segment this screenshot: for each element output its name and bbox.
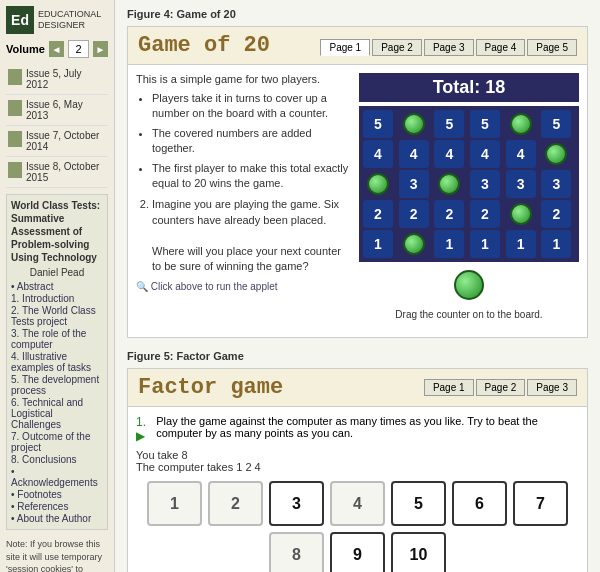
factor-btn-4[interactable]: 4 — [330, 481, 385, 526]
board-cell-4-0[interactable]: 1 — [363, 230, 393, 258]
toc-item-12[interactable]: About the Author — [11, 513, 103, 524]
sidebar-issue-0[interactable]: Issue 5, July 2012 — [6, 64, 108, 95]
game20-header: Game of 20 Page 1Page 2Page 3Page 4Page … — [128, 27, 587, 65]
factor-btn-10[interactable]: 10 — [391, 532, 446, 572]
board-cell-2-5[interactable]: 3 — [541, 170, 571, 198]
factor-tab-0[interactable]: Page 1 — [424, 379, 474, 396]
board-grid[interactable]: 55554444433332222211111 — [359, 106, 579, 262]
issue-label: Issue 7, October 2014 — [26, 130, 106, 152]
volume-label: Volume — [6, 43, 45, 55]
applet-link[interactable]: 🔍 Click above to run the applet — [136, 281, 278, 292]
factor-btn-7[interactable]: 7 — [513, 481, 568, 526]
fig4-title: Figure 4: Game of 20 — [127, 8, 588, 20]
drag-counter[interactable] — [454, 270, 484, 300]
sidebar-issue-2[interactable]: Issue 7, October 2014 — [6, 126, 108, 157]
issue-icon — [8, 100, 22, 116]
toc-item-1[interactable]: 1. Introduction — [11, 293, 103, 304]
sidebar-issue-3[interactable]: Issue 8, October 2015 — [6, 157, 108, 188]
game20-tab-2[interactable]: Page 3 — [424, 39, 474, 56]
game20-tab-4[interactable]: Page 5 — [527, 39, 577, 56]
board-cell-0-3[interactable]: 5 — [470, 110, 500, 138]
factor-btn-3[interactable]: 3 — [269, 481, 324, 526]
board-cell-0-1[interactable] — [399, 110, 429, 138]
game20-tab-0[interactable]: Page 1 — [320, 39, 370, 56]
board-cell-2-4[interactable]: 3 — [506, 170, 536, 198]
factor-container: Factor game Page 1Page 2Page 3 1. ▶ Play… — [127, 368, 588, 572]
board-cell-0-5[interactable]: 5 — [541, 110, 571, 138]
sidebar-issue-1[interactable]: Issue 6, May 2013 — [6, 95, 108, 126]
board-cell-4-1[interactable] — [399, 230, 429, 258]
game20-container: Game of 20 Page 1Page 2Page 3Page 4Page … — [127, 26, 588, 338]
factor-tab-2[interactable]: Page 3 — [527, 379, 577, 396]
rule-1: The covered numbers are added together. — [152, 126, 349, 157]
issue-label: Issue 8, October 2015 — [26, 161, 106, 183]
board-cell-3-4[interactable] — [506, 200, 536, 228]
game20-question-text: Imagine you are playing the game. Six co… — [152, 198, 341, 272]
board-cell-2-2[interactable] — [434, 170, 464, 198]
board-cell-0-4[interactable] — [506, 110, 536, 138]
volume-number: 2 — [68, 40, 89, 58]
board-cell-3-0[interactable]: 2 — [363, 200, 393, 228]
toc-item-7[interactable]: 7. Outcome of the project — [11, 431, 103, 453]
issue-icon — [8, 69, 22, 85]
board-cell-3-1[interactable]: 2 — [399, 200, 429, 228]
board-cell-4-5[interactable]: 1 — [541, 230, 571, 258]
sidebar-section: World Class Tests: Summative Assessment … — [6, 194, 108, 530]
board-cell-1-4[interactable]: 4 — [506, 140, 536, 168]
board-cell-3-3[interactable]: 2 — [470, 200, 500, 228]
factor-tab-1[interactable]: Page 2 — [476, 379, 526, 396]
factor-btn-8[interactable]: 8 — [269, 532, 324, 572]
game20-rules: Players take it in turns to cover up a n… — [152, 91, 349, 191]
toc-item-11[interactable]: References — [11, 501, 103, 512]
computer-takes: The computer takes 1 2 4 — [136, 461, 579, 473]
factor-btn-6[interactable]: 6 — [452, 481, 507, 526]
board-counter — [510, 203, 532, 225]
board-counter — [403, 113, 425, 135]
board-counter — [545, 143, 567, 165]
board-cell-1-2[interactable]: 4 — [434, 140, 464, 168]
drag-text: Drag the counter on to the board. — [395, 309, 542, 320]
board-cell-3-5[interactable]: 2 — [541, 200, 571, 228]
board-cell-4-4[interactable]: 1 — [506, 230, 536, 258]
toc-item-4[interactable]: 4. Illustrative examples of tasks — [11, 351, 103, 373]
factor-btn-5[interactable]: 5 — [391, 481, 446, 526]
board-counter — [367, 173, 389, 195]
toc-item-6[interactable]: 6. Technical and Logistical Challenges — [11, 397, 103, 430]
volume-prev-button[interactable]: ◄ — [49, 41, 64, 57]
logo-area: Ed EDUCATIONALDESIGNER — [6, 6, 108, 34]
toc-item-5[interactable]: 5. The development process — [11, 374, 103, 396]
toc-item-2[interactable]: 2. The World Class Tests project — [11, 305, 103, 327]
toc-item-0[interactable]: Abstract — [11, 281, 103, 292]
board-cell-2-0[interactable] — [363, 170, 393, 198]
board-cell-3-2[interactable]: 2 — [434, 200, 464, 228]
board-cell-1-3[interactable]: 4 — [470, 140, 500, 168]
sidebar-note: Note: If you browse this site it will us… — [6, 538, 108, 572]
main-content: Figure 4: Game of 20 Game of 20 Page 1Pa… — [115, 0, 600, 572]
board-cell-4-2[interactable]: 1 — [434, 230, 464, 258]
board-cell-1-5[interactable] — [541, 140, 571, 168]
game20-tab-1[interactable]: Page 2 — [372, 39, 422, 56]
toc-list: Abstract1. Introduction2. The World Clas… — [11, 281, 103, 524]
game20-tab-3[interactable]: Page 4 — [476, 39, 526, 56]
toc-item-3[interactable]: 3. The role of the computer — [11, 328, 103, 350]
factor-btn-9[interactable]: 9 — [330, 532, 385, 572]
factor-btn-1[interactable]: 1 — [147, 481, 202, 526]
issues-list: Issue 5, July 2012Issue 6, May 2013Issue… — [6, 64, 108, 188]
factor-btn-2[interactable]: 2 — [208, 481, 263, 526]
toc-item-9[interactable]: Acknowledgements — [11, 466, 103, 488]
play-icon: 1. ▶ — [136, 415, 152, 443]
board-cell-0-2[interactable]: 5 — [434, 110, 464, 138]
board-cell-1-0[interactable]: 4 — [363, 140, 393, 168]
board-cell-4-3[interactable]: 1 — [470, 230, 500, 258]
rule-2: The first player to make this total exac… — [152, 161, 349, 192]
board-cell-0-0[interactable]: 5 — [363, 110, 393, 138]
issue-icon — [8, 162, 22, 178]
board-cell-1-1[interactable]: 4 — [399, 140, 429, 168]
game20-tabs: Page 1Page 2Page 3Page 4Page 5 — [320, 39, 577, 56]
volume-next-button[interactable]: ► — [93, 41, 108, 57]
toc-item-8[interactable]: 8. Conclusions — [11, 454, 103, 465]
sidebar: Ed EDUCATIONALDESIGNER Volume ◄ 2 ► Issu… — [0, 0, 115, 572]
toc-item-10[interactable]: Footnotes — [11, 489, 103, 500]
board-cell-2-3[interactable]: 3 — [470, 170, 500, 198]
board-cell-2-1[interactable]: 3 — [399, 170, 429, 198]
